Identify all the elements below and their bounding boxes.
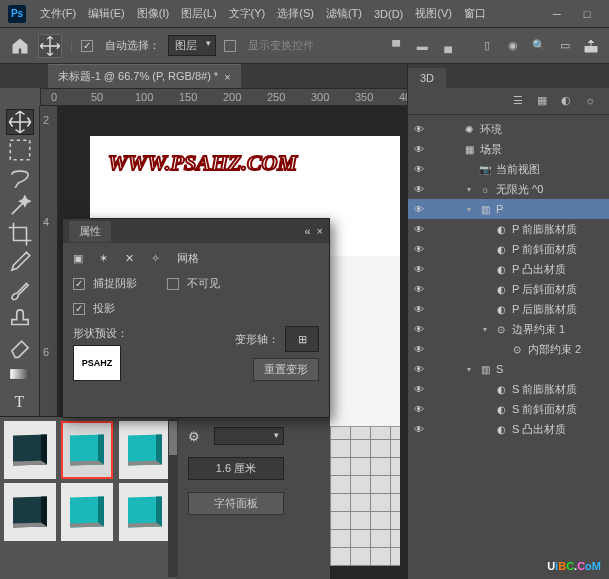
tree-row[interactable]: 👁◐P 后斜面材质 — [408, 279, 609, 299]
tree-row[interactable]: 👁▾▥P — [408, 199, 609, 219]
visibility-eye-icon[interactable]: 👁 — [412, 264, 426, 275]
close-tab-icon[interactable]: × — [224, 71, 230, 83]
visibility-eye-icon[interactable]: 👁 — [412, 244, 426, 255]
visibility-eye-icon[interactable]: 👁 — [412, 344, 426, 355]
preset-thumb-1[interactable] — [4, 421, 56, 479]
tree-row[interactable]: 👁⊙内部约束 2 — [408, 339, 609, 359]
align-mid-icon[interactable]: ▬ — [414, 38, 430, 54]
filter-material-icon[interactable]: ◐ — [561, 94, 575, 108]
close-icon[interactable]: × — [317, 225, 323, 237]
document-tab[interactable]: 未标题-1 @ 66.7% (P, RGB/8#) * × — [48, 64, 241, 88]
extrude-depth-field[interactable]: 1.6 厘米 — [188, 457, 284, 480]
visibility-eye-icon[interactable]: 👁 — [412, 424, 426, 435]
visibility-eye-icon[interactable]: 👁 — [412, 384, 426, 395]
preset-thumb-3[interactable] — [119, 421, 171, 479]
preset-thumb-2[interactable] — [61, 421, 113, 479]
tree-row[interactable]: 👁✺环境 — [408, 119, 609, 139]
share-icon[interactable] — [583, 38, 599, 54]
arrange-icon[interactable]: ▭ — [557, 38, 573, 54]
stamp-tool[interactable] — [6, 305, 34, 331]
visibility-eye-icon[interactable]: 👁 — [412, 164, 426, 175]
collapse-icon[interactable]: « — [304, 225, 310, 237]
tree-row[interactable]: 👁📷当前视图 — [408, 159, 609, 179]
tree-row[interactable]: 👁▾▥S — [408, 359, 609, 379]
invisible-checkbox[interactable] — [167, 278, 179, 290]
tool-indicator-move[interactable] — [38, 34, 62, 58]
window-maximize[interactable]: □ — [573, 4, 601, 24]
align-bottom-icon[interactable]: ▄ — [440, 38, 456, 54]
menu-3d[interactable]: 3D(D) — [368, 4, 409, 24]
visibility-eye-icon[interactable]: 👁 — [412, 304, 426, 315]
gear-icon[interactable]: ⚙ — [188, 429, 200, 444]
gradient-tool[interactable] — [6, 361, 34, 387]
menu-image[interactable]: 图像(I) — [131, 2, 175, 25]
menu-select[interactable]: 选择(S) — [271, 2, 320, 25]
menu-window[interactable]: 窗口 — [458, 2, 492, 25]
3d-tree[interactable]: 👁✺环境👁▦场景👁📷当前视图👁▾☼无限光 ^0👁▾▥P👁◐P 前膨胀材质👁◐P … — [408, 115, 609, 579]
menu-text[interactable]: 文字(Y) — [223, 2, 272, 25]
tree-row[interactable]: 👁▦场景 — [408, 139, 609, 159]
tree-row[interactable]: 👁◐P 前膨胀材质 — [408, 219, 609, 239]
menu-filter[interactable]: 滤镜(T) — [320, 2, 368, 25]
shape-preset-thumb[interactable]: PSAHZ — [73, 345, 121, 381]
3d-panel-tab[interactable]: 3D — [408, 68, 446, 88]
filter-mesh-icon[interactable]: ▦ — [537, 94, 551, 108]
distribute-icon[interactable]: ▯ — [479, 38, 495, 54]
tree-row[interactable]: 👁◐S 凸出材质 — [408, 419, 609, 439]
search-icon[interactable]: 🔍 — [531, 38, 547, 54]
cap-mode-icon[interactable]: ✕ — [125, 252, 141, 266]
wand-tool[interactable] — [6, 193, 34, 219]
visibility-eye-icon[interactable]: 👁 — [412, 324, 426, 335]
tree-row[interactable]: 👁◐P 前斜面材质 — [408, 239, 609, 259]
capture-shadow-checkbox[interactable] — [73, 278, 85, 290]
eyedropper-tool[interactable] — [6, 249, 34, 275]
tree-row[interactable]: 👁◐P 后膨胀材质 — [408, 299, 609, 319]
visibility-eye-icon[interactable]: 👁 — [412, 184, 426, 195]
visibility-eye-icon[interactable]: 👁 — [412, 124, 426, 135]
preset-thumb-4[interactable] — [4, 483, 56, 541]
tree-row[interactable]: 👁◐S 前膨胀材质 — [408, 379, 609, 399]
show-transform-checkbox[interactable] — [224, 40, 236, 52]
tree-row[interactable]: 👁◐P 凸出材质 — [408, 259, 609, 279]
align-top-icon[interactable]: ▀ — [388, 38, 404, 54]
properties-panel[interactable]: 属性 « × ▣ ✶ ✕ ✧ 网格 捕捉阴影 不可见 投影 形状预设： PSAH… — [62, 218, 330, 418]
marquee-tool[interactable] — [6, 137, 34, 163]
twisty-icon[interactable]: ▾ — [464, 185, 474, 194]
preset-thumb-5[interactable] — [61, 483, 113, 541]
auto-select-checkbox[interactable] — [81, 40, 93, 52]
visibility-eye-icon[interactable]: 👁 — [412, 404, 426, 415]
properties-tab[interactable]: 属性 — [69, 221, 111, 242]
menu-file[interactable]: 文件(F) — [34, 2, 82, 25]
tree-row[interactable]: 👁◐S 前斜面材质 — [408, 399, 609, 419]
mesh-mode-icon[interactable]: ▣ — [73, 252, 89, 266]
deform-mode-icon[interactable]: ✶ — [99, 252, 115, 266]
menu-view[interactable]: 视图(V) — [409, 2, 458, 25]
filter-scene-icon[interactable]: ☰ — [513, 94, 527, 108]
visibility-eye-icon[interactable]: 👁 — [412, 284, 426, 295]
crop-tool[interactable] — [6, 221, 34, 247]
visibility-eye-icon[interactable]: 👁 — [412, 144, 426, 155]
eraser-tool[interactable] — [6, 333, 34, 359]
filter-light-icon[interactable]: ☼ — [585, 94, 599, 108]
move-tool[interactable] — [6, 109, 34, 135]
auto-select-dropdown[interactable]: 图层 — [168, 35, 216, 56]
preset-dropdown[interactable] — [214, 427, 284, 445]
visibility-eye-icon[interactable]: 👁 — [412, 224, 426, 235]
tree-row[interactable]: 👁▾⊙边界约束 1 — [408, 319, 609, 339]
menu-layer[interactable]: 图层(L) — [175, 2, 222, 25]
shelf-scrollbar[interactable] — [168, 419, 178, 577]
visibility-eye-icon[interactable]: 👁 — [412, 364, 426, 375]
twisty-icon[interactable]: ▾ — [464, 205, 474, 214]
twisty-icon[interactable]: ▾ — [464, 365, 474, 374]
home-icon[interactable] — [10, 36, 30, 56]
visibility-eye-icon[interactable]: 👁 — [412, 204, 426, 215]
brush-tool[interactable] — [6, 277, 34, 303]
reset-deform-button[interactable]: 重置变形 — [253, 358, 319, 381]
preset-thumb-6[interactable] — [119, 483, 171, 541]
deform-axis-grid[interactable]: ⊞ — [285, 326, 319, 352]
twisty-icon[interactable]: ▾ — [480, 325, 490, 334]
char-panel-button[interactable]: 字符面板 — [188, 492, 284, 515]
3d-mode-icon[interactable]: ◉ — [505, 38, 521, 54]
type-tool[interactable]: T — [6, 389, 34, 415]
window-minimize[interactable]: ─ — [543, 4, 571, 24]
